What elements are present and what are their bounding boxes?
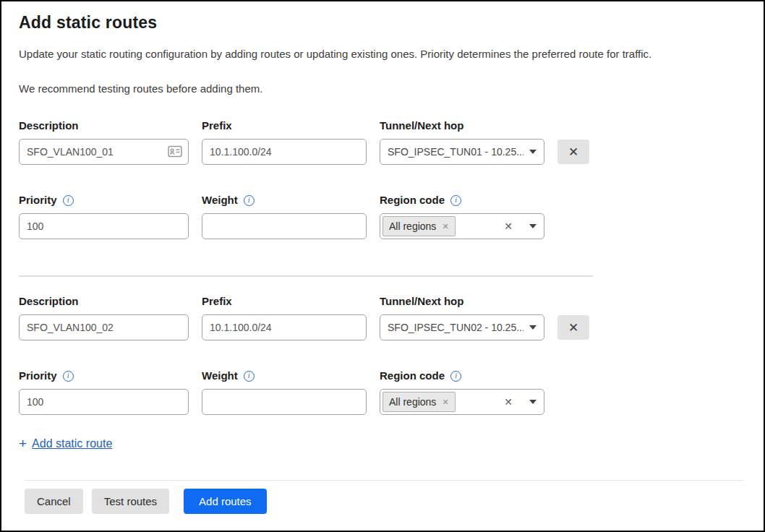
description-label: Description [19,294,189,309]
region-field-2: Region code i All regions ✕ ✕ [380,369,544,415]
weight-input[interactable] [202,213,367,239]
intro-text: Update your static routing configuration… [19,48,746,60]
page-title: Add static routes [19,13,746,33]
tunnel-select[interactable]: SFO_IPSEC_TUN01 - 10.25... [380,139,544,165]
region-multiselect[interactable]: All regions ✕ ✕ [380,213,544,239]
add-routes-button[interactable]: Add routes [184,489,267,514]
footer-divider [25,480,743,481]
remove-route-button[interactable]: ✕ [557,315,589,340]
description-input[interactable] [19,139,189,165]
chevron-down-icon [529,224,537,228]
chevron-down-icon [529,325,537,330]
add-static-route-link[interactable]: + Add static route [19,437,112,450]
region-code-label: Region code [380,369,445,383]
info-icon[interactable]: i [450,195,461,206]
weight-field-2: Weight i [202,369,367,415]
routes-form: Description [19,119,746,451]
prefix-input[interactable] [202,314,367,340]
priority-label: Priority [19,369,57,383]
prefix-label: Prefix [202,119,367,133]
region-multiselect[interactable]: All regions ✕ ✕ [380,389,544,415]
chevron-down-icon [529,400,537,404]
clear-selection-icon[interactable]: ✕ [504,396,513,408]
priority-field-2: Priority i [19,369,189,415]
chip-remove-icon[interactable]: ✕ [442,395,448,408]
tunnel-selected-value: SFO_IPSEC_TUN02 - 10.25... [388,322,523,333]
route-section-1: Description [19,119,746,239]
cancel-button[interactable]: Cancel [25,489,83,514]
description-input[interactable] [19,314,189,340]
weight-field-1: Weight i [202,193,367,239]
info-icon[interactable]: i [63,195,74,206]
section-divider [19,275,593,277]
route-section-2: Description Prefix Tunnel/Next hop SFO_I… [19,294,746,415]
description-field-2: Description [19,294,189,340]
info-icon[interactable]: i [63,371,74,382]
chevron-down-icon [529,150,537,154]
clear-selection-icon[interactable]: ✕ [504,220,513,232]
region-tag-label: All regions [389,220,436,233]
info-icon[interactable]: i [244,371,255,382]
add-static-route-label: Add static route [32,437,112,450]
region-code-label: Region code [380,193,445,207]
region-tag-chip: All regions ✕ [382,392,456,412]
plus-icon: + [19,437,27,450]
remove-route-button[interactable]: ✕ [557,140,589,164]
region-tag-chip: All regions ✕ [382,216,456,236]
priority-input[interactable] [19,213,189,239]
info-icon[interactable]: i [244,195,255,206]
tunnel-label: Tunnel/Next hop [380,294,544,309]
info-icon[interactable]: i [450,371,461,382]
prefix-field-1: Prefix [202,119,367,165]
weight-label: Weight [202,369,238,383]
description-field-1: Description [19,119,189,165]
tunnel-label: Tunnel/Next hop [380,119,544,133]
tunnel-field-2: Tunnel/Next hop SFO_IPSEC_TUN02 - 10.25.… [380,294,544,340]
priority-input[interactable] [19,389,189,415]
prefix-label: Prefix [202,294,367,309]
weight-label: Weight [202,193,238,207]
description-label: Description [19,119,189,133]
tunnel-selected-value: SFO_IPSEC_TUN01 - 10.25... [388,146,523,158]
region-tag-label: All regions [389,395,436,408]
footer-actions: Cancel Test routes Add routes [25,489,746,514]
tunnel-field-1: Tunnel/Next hop SFO_IPSEC_TUN01 - 10.25.… [380,119,544,165]
chip-remove-icon[interactable]: ✕ [442,220,448,233]
prefix-field-2: Prefix [202,294,367,340]
tunnel-select[interactable]: SFO_IPSEC_TUN02 - 10.25... [380,314,544,340]
contact-card-icon [168,145,182,158]
note-text: We recommend testing routes before addin… [19,82,746,95]
add-static-routes-dialog: Add static routes Update your static rou… [0,0,765,532]
prefix-input[interactable] [202,139,367,165]
weight-input[interactable] [202,389,367,415]
priority-field-1: Priority i [19,193,189,239]
region-field-1: Region code i All regions ✕ ✕ [380,193,544,239]
priority-label: Priority [19,193,57,207]
test-routes-button[interactable]: Test routes [92,489,169,514]
